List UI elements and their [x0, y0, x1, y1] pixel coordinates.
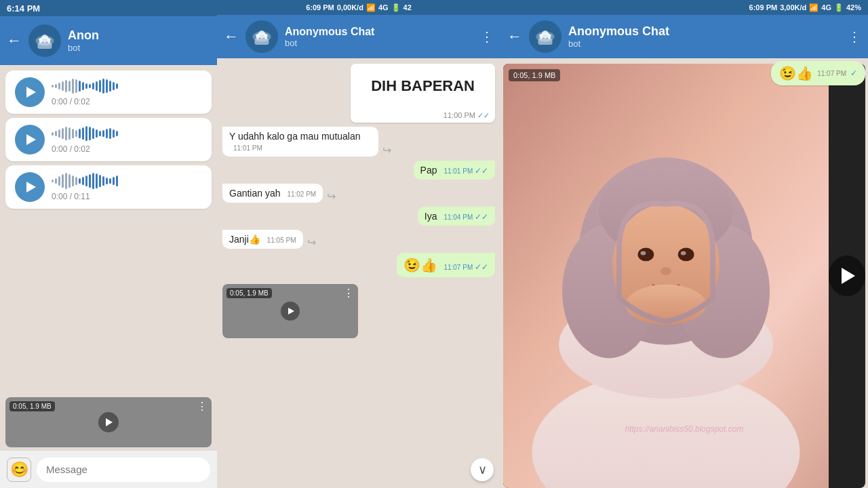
voice-details-1: 0:00 / 0:02 [52, 78, 202, 106]
waveform-2 [52, 125, 202, 142]
left-chat-name: Anon [68, 28, 99, 43]
waveform-3 [52, 173, 202, 189]
middle-signal-icon: 📶 [366, 3, 376, 12]
svg-point-24 [678, 248, 694, 262]
middle-avatar [245, 20, 278, 53]
middle-panel: 6:09 PM 0,00K/d 📶 4G 🔋 42 ← Anonymous Ch… [217, 0, 500, 488]
emoji-button-left[interactable]: 😊 [7, 458, 31, 482]
play-button-3[interactable] [15, 172, 45, 202]
middle-time: 6:09 PM [306, 3, 334, 12]
right-time: 6:09 PM [749, 3, 778, 12]
forward-udahh[interactable]: ↪ [382, 144, 391, 157]
msg-row-pap: Pap 11:01 PM ✓✓ [222, 161, 495, 180]
svg-point-1 [41, 35, 49, 43]
bubble-iya-text: Iya [425, 211, 437, 222]
right-chat-name: Anonymous Chat [568, 24, 669, 39]
video-play-button-right[interactable] [829, 256, 865, 296]
forward-janji[interactable]: ↪ [307, 236, 316, 249]
right-battery-icon: 🔋 [834, 3, 844, 12]
right-network: 3,00K/d [780, 3, 806, 12]
video-duration-middle: 0:05, 1.9 MB [226, 288, 272, 298]
sent-emoji-bubble: 😉👍 11:07 PM ✓ [771, 61, 865, 85]
bubble-udahh-text: Y udahh kalo ga mau mutualan [229, 131, 361, 142]
right-panel: 6:09 PM 3,00K/d 📶 4G 🔋 42% ← Anonymous C… [500, 0, 868, 488]
msg-row-gantian: Gantian yah 11:02 PM ↪ [222, 184, 495, 203]
right-header-info: Anonymous Chat bot [568, 24, 669, 49]
video-play-middle[interactable] [281, 302, 300, 321]
middle-back-button[interactable]: ← [224, 28, 239, 45]
svg-rect-2 [38, 43, 52, 49]
msg-row-udahh: Y udahh kalo ga mau mutualan 11:01 PM ↪ [222, 127, 495, 157]
middle-chat-sub: bot [285, 38, 374, 48]
sent-emoji-content: 😉👍 [779, 65, 813, 81]
middle-chat-area: DIH BAPERAN 11:00 PM ✓✓ Y udahh kalo ga … [217, 58, 500, 488]
msg-row-emoji: 😉👍 11:07 PM ✓✓ [222, 253, 495, 277]
svg-point-6 [258, 30, 266, 39]
middle-status-bar: 6:09 PM 0,00K/d 📶 4G 🔋 42 [217, 0, 500, 15]
bubble-gantian-time: 11:02 PM [287, 190, 316, 198]
video-thumbnail-middle: 0:05, 1.9 MB ⋮ [222, 284, 358, 338]
sent-emoji-checkmark: ✓ [850, 68, 857, 78]
right-menu-button[interactable]: ⋮ [848, 28, 861, 45]
middle-network-type: 4G [378, 3, 389, 12]
right-network-type: 4G [821, 3, 831, 12]
left-header: ← Anon bot [0, 16, 217, 65]
left-avatar [28, 24, 61, 57]
middle-chat-name: Anonymous Chat [285, 26, 374, 38]
msg-row-janji: Janji👍 11:05 PM ↪ [222, 230, 495, 249]
voice-details-3: 0:00 / 0:11 [52, 173, 202, 201]
video-msg-row: 0:05, 1.9 MB ⋮ [222, 284, 495, 338]
right-back-button[interactable]: ← [507, 28, 522, 45]
forward-gantian[interactable]: ↪ [327, 190, 336, 203]
left-panel: 6:14 PM ← Anon bot [0, 0, 217, 488]
msg-row-iya: Iya 11:04 PM ✓✓ [222, 207, 495, 226]
bubble-udahh: Y udahh kalo ga mau mutualan 11:01 PM [222, 127, 378, 157]
dih-baperan-content: DIH BAPERAN [351, 64, 495, 108]
video-dots-middle[interactable]: ⋮ [343, 287, 354, 300]
bubble-janji-time: 11:05 PM [267, 237, 296, 244]
middle-battery-icon: 🔋 [391, 3, 401, 12]
middle-header: ← Anonymous Chat bot ⋮ [217, 15, 500, 58]
bubble-pap-text: Pap [420, 165, 437, 176]
right-status-bar: 6:09 PM 3,00K/d 📶 4G 🔋 42% [500, 0, 868, 15]
left-time: 6:14 PM [7, 3, 40, 14]
left-header-info: Anon bot [68, 28, 99, 53]
middle-menu-button[interactable]: ⋮ [480, 28, 494, 45]
dih-baperan-message: DIH BAPERAN 11:00 PM ✓✓ [351, 64, 495, 123]
bubble-gantian-text: Gantian yah [229, 188, 281, 199]
bubble-pap-time: 11:01 PM ✓✓ [443, 167, 488, 175]
bubble-iya: Iya 11:04 PM ✓✓ [418, 207, 495, 226]
right-chat-area: 😉👍 11:07 PM ✓ [500, 58, 868, 488]
right-battery-pct: 42% [846, 3, 861, 12]
svg-point-11 [542, 30, 549, 39]
voice-message-3: 0:00 / 0:11 [5, 165, 212, 209]
right-chat-sub: bot [568, 39, 669, 49]
video-play-left[interactable] [98, 412, 119, 432]
left-back-button[interactable]: ← [7, 32, 22, 49]
video-size-right: 1.9 MB [532, 71, 556, 79]
middle-battery-pct: 42 [403, 3, 412, 12]
scroll-down-button[interactable]: ∨ [471, 458, 494, 481]
play-button-1[interactable] [15, 77, 45, 107]
svg-point-25 [641, 251, 646, 255]
video-duration-right: 0:05 [513, 71, 528, 79]
svg-point-27 [660, 267, 671, 275]
video-person-svg [503, 64, 829, 488]
video-thumb-dots-left[interactable]: ⋮ [197, 400, 208, 413]
play-button-2[interactable] [15, 125, 45, 155]
video-info-right: 0:05, 1.9 MB [509, 69, 560, 81]
bubble-emoji-content: 😉👍 [403, 258, 437, 272]
dih-baperan-msg-row: DIH BAPERAN 11:00 PM ✓✓ [222, 64, 495, 123]
right-signal-icon: 📶 [809, 3, 818, 12]
voice-time-1: 0:00 / 0:02 [52, 97, 202, 106]
video-player-right: 0:05, 1.9 MB ⋮ [503, 64, 865, 488]
left-status-bar: 6:14 PM [0, 0, 217, 16]
bubble-janji-text: Janji👍 [229, 234, 260, 245]
voice-message-2: 0:00 / 0:02 [5, 118, 212, 161]
input-bar-left: 😊 [0, 450, 217, 488]
message-input-left[interactable] [37, 458, 210, 482]
waveform-1 [52, 78, 202, 94]
bubble-iya-time: 11:04 PM ✓✓ [443, 214, 488, 221]
middle-network: 0,00K/d [337, 3, 363, 12]
right-header: ← Anonymous Chat bot ⋮ [500, 15, 868, 58]
